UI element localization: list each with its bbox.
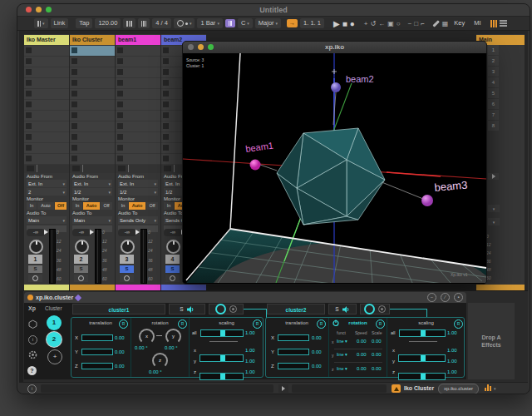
track-header[interactable]: Iko Cluster <box>70 35 115 45</box>
y-scaling-slider[interactable] <box>398 373 446 380</box>
clip-slot[interactable] <box>70 121 115 131</box>
clip-slot[interactable] <box>116 154 160 164</box>
volume-field[interactable]: -∞ <box>118 229 136 236</box>
y-scaling-slider[interactable] <box>200 373 244 380</box>
track-activator-button[interactable]: 3 <box>120 255 134 264</box>
metronome-button[interactable]: ▾ <box>174 18 195 28</box>
clip-slot[interactable] <box>116 132 160 142</box>
input-channel-select[interactable]: 1/2▾ <box>118 188 158 196</box>
cluster-2-button[interactable]: 2 <box>47 332 62 347</box>
play-button[interactable]: ▶ <box>333 19 340 28</box>
arrangement-position-field[interactable]: 1. 1. 1 <box>300 18 324 28</box>
capture-midi-icon[interactable]: ↺ <box>370 20 376 27</box>
info-icon[interactable]: i <box>28 335 37 344</box>
scene-slot[interactable]: 4 <box>488 77 499 87</box>
clip-slot[interactable] <box>24 57 69 67</box>
preview-play-button[interactable] <box>278 384 288 393</box>
scene-slot[interactable]: 8 <box>488 121 499 131</box>
pan-knob[interactable] <box>75 240 89 254</box>
quantization-select[interactable]: 1 Bar▾ <box>197 18 222 28</box>
solo-button[interactable]: S <box>28 265 42 273</box>
solo-button[interactable]: S <box>120 265 134 273</box>
scale-mode-icon[interactable] <box>225 19 235 27</box>
level-meter-icon[interactable]: ▾ <box>485 384 496 391</box>
track-stop-button[interactable] <box>116 165 160 173</box>
monitor-in-button[interactable]: In <box>27 202 37 210</box>
x-translation-slider[interactable] <box>81 334 113 341</box>
all-scaling-slider[interactable] <box>399 329 446 337</box>
clip-slot[interactable] <box>70 57 115 67</box>
z-translation-slider[interactable] <box>278 363 309 369</box>
clip-slot[interactable] <box>70 100 115 110</box>
device-chip-button[interactable]: xp.iko.cluster <box>438 384 479 394</box>
clip-slot[interactable] <box>116 46 160 56</box>
cluster2-name-field[interactable]: cluster2 <box>267 304 325 314</box>
arm-button[interactable] <box>74 275 88 282</box>
clip-slot[interactable] <box>24 67 69 77</box>
automation-curve-icon[interactable]: ⌐ <box>421 20 425 27</box>
x-scale-value[interactable]: 0.00 <box>372 339 382 344</box>
input-channel-select[interactable]: 2▾ <box>27 188 66 196</box>
scene-slot[interactable]: 1 <box>488 45 499 55</box>
arm-button[interactable] <box>120 275 134 282</box>
reset-button[interactable]: R <box>253 319 262 329</box>
solo-button[interactable]: S <box>165 265 180 273</box>
input-channel-select[interactable]: 1/2▾ <box>72 188 112 196</box>
x-rotation-knob[interactable]: x <box>139 329 155 344</box>
reset-button[interactable]: R <box>317 319 326 329</box>
follow-button[interactable]: → <box>287 19 298 27</box>
device-on-toggle[interactable] <box>27 295 33 300</box>
draw-mode-icon[interactable] <box>432 20 439 27</box>
track-activator-button[interactable]: 2 <box>74 255 88 264</box>
pan-knob[interactable] <box>166 240 180 254</box>
clip-slot[interactable] <box>70 111 115 121</box>
fader-marker-icon[interactable] <box>135 230 140 235</box>
xpiko-titlebar[interactable]: xp.iko <box>183 42 486 54</box>
clip-slot[interactable] <box>116 89 160 99</box>
reset-button[interactable]: R <box>178 319 187 329</box>
monitor-off-button[interactable]: Off <box>146 202 158 210</box>
x-translation-slider[interactable] <box>278 334 309 341</box>
gear-icon[interactable] <box>28 350 37 359</box>
nudge-up-button[interactable] <box>138 18 150 28</box>
arm-button[interactable] <box>28 275 42 282</box>
grid-icon[interactable]: ▦ <box>442 20 449 27</box>
clip-slot[interactable] <box>24 132 69 142</box>
all-scaling-slider[interactable] <box>200 329 244 337</box>
hamburger-menu-icon[interactable] <box>500 19 507 28</box>
clip-slot[interactable] <box>116 121 160 131</box>
scene-slot[interactable]: 7 <box>488 110 499 120</box>
stop-button[interactable]: ■ <box>342 19 347 28</box>
main-output-select[interactable]: ▾ <box>488 205 500 212</box>
z-scale-value[interactable]: 0.00 <box>372 366 382 371</box>
hexagon-icon[interactable] <box>28 319 37 329</box>
clip-slot[interactable] <box>24 154 69 164</box>
cluster2-record-toggle[interactable] <box>378 305 386 313</box>
clip-slot[interactable] <box>70 143 115 153</box>
fader-marker-icon[interactable] <box>90 230 94 235</box>
cluster1-active-toggle[interactable] <box>215 304 226 314</box>
3d-scene[interactable]: beam1 beam2 beam3 Source: 3 Cluster: 1 X… <box>183 53 486 283</box>
z-funct-select[interactable]: line ▾ <box>337 366 347 371</box>
loop-icon[interactable]: ○ <box>397 20 401 27</box>
midi-map-button[interactable]: MI <box>470 18 484 28</box>
info-icon[interactable]: i <box>27 384 37 394</box>
scene-slot[interactable]: 2 <box>488 56 499 66</box>
clip-slot[interactable] <box>24 121 69 131</box>
x-scaling-slider[interactable] <box>398 354 446 362</box>
scene-slot[interactable]: 6 <box>488 99 499 109</box>
x-funct-select[interactable]: line ▾ <box>337 339 347 344</box>
speaker-icon[interactable] <box>187 306 195 313</box>
z-rotation-knob[interactable]: z <box>152 353 168 369</box>
warning-icon[interactable] <box>392 384 401 393</box>
output-select[interactable]: Main▾ <box>27 216 66 224</box>
clip-slot[interactable] <box>24 143 69 153</box>
scene-slot[interactable]: 3 <box>488 67 499 77</box>
clip-slot[interactable] <box>24 111 69 121</box>
monitor-in-button[interactable]: In <box>118 202 128 210</box>
arm-button[interactable] <box>165 275 180 282</box>
track-activator-button[interactable]: 1 <box>28 255 42 264</box>
session-record-icon[interactable]: ▣ <box>387 20 394 27</box>
scale-name-select[interactable]: Major▾ <box>255 18 281 28</box>
cluster2-active-toggle[interactable] <box>364 304 375 314</box>
